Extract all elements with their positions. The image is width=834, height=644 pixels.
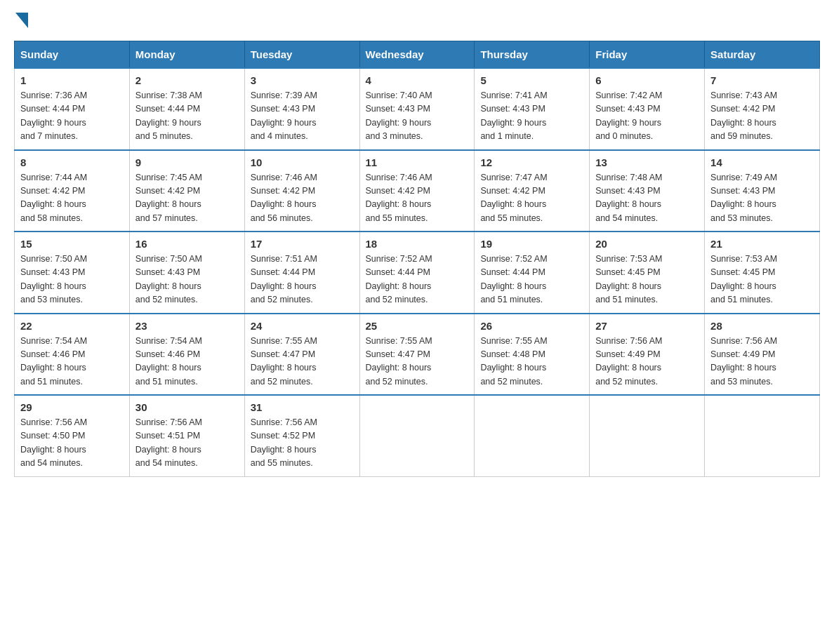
day-number: 1 [20,74,124,86]
day-info: Sunrise: 7:55 AMSunset: 4:47 PMDaylight:… [251,335,354,389]
day-info: Sunrise: 7:55 AMSunset: 4:47 PMDaylight:… [366,335,469,389]
header-row: SundayMondayTuesdayWednesdayThursdayFrid… [15,41,820,69]
day-info: Sunrise: 7:52 AMSunset: 4:44 PMDaylight:… [480,253,583,307]
day-number: 27 [595,320,699,332]
day-info: Sunrise: 7:56 AMSunset: 4:51 PMDaylight:… [135,416,239,471]
day-number: 15 [20,238,124,250]
logo-arrow-icon [15,13,28,28]
day-number: 2 [135,74,239,86]
day-info: Sunrise: 7:56 AMSunset: 4:49 PMDaylight:… [710,335,814,389]
calendar-table: SundayMondayTuesdayWednesdayThursdayFrid… [14,41,820,477]
header-cell-monday: Monday [129,41,244,69]
day-info: Sunrise: 7:53 AMSunset: 4:45 PMDaylight:… [595,253,699,307]
calendar-cell: 18Sunrise: 7:52 AMSunset: 4:44 PMDayligh… [359,232,475,314]
day-info: Sunrise: 7:41 AMSunset: 4:43 PMDaylight:… [480,89,583,144]
calendar-week-row: 22Sunrise: 7:54 AMSunset: 4:46 PMDayligh… [15,314,820,396]
calendar-week-row: 1Sunrise: 7:36 AMSunset: 4:44 PMDaylight… [15,68,820,150]
day-number: 7 [710,74,814,86]
day-number: 23 [135,320,239,332]
calendar-cell [705,395,820,476]
day-info: Sunrise: 7:51 AMSunset: 4:44 PMDaylight:… [251,253,354,307]
header-cell-saturday: Saturday [705,41,820,69]
calendar-cell: 27Sunrise: 7:56 AMSunset: 4:49 PMDayligh… [590,314,705,396]
calendar-body: 1Sunrise: 7:36 AMSunset: 4:44 PMDaylight… [15,68,820,476]
day-number: 21 [710,238,814,250]
day-number: 18 [366,238,469,250]
day-number: 14 [710,156,814,168]
day-number: 22 [20,320,124,332]
calendar-cell: 16Sunrise: 7:50 AMSunset: 4:43 PMDayligh… [129,232,244,314]
day-info: Sunrise: 7:43 AMSunset: 4:42 PMDaylight:… [710,89,814,144]
calendar-cell: 19Sunrise: 7:52 AMSunset: 4:44 PMDayligh… [475,232,590,314]
day-number: 24 [251,320,354,332]
day-number: 10 [251,156,354,168]
calendar-cell: 17Sunrise: 7:51 AMSunset: 4:44 PMDayligh… [244,232,359,314]
day-number: 20 [595,238,699,250]
day-number: 5 [480,74,583,86]
calendar-cell: 12Sunrise: 7:47 AMSunset: 4:42 PMDayligh… [475,150,590,232]
day-info: Sunrise: 7:54 AMSunset: 4:46 PMDaylight:… [20,335,124,389]
day-info: Sunrise: 7:46 AMSunset: 4:42 PMDaylight:… [251,171,354,226]
day-number: 8 [20,156,124,168]
header-cell-sunday: Sunday [15,41,130,69]
calendar-cell: 3Sunrise: 7:39 AMSunset: 4:43 PMDaylight… [244,68,359,150]
day-number: 29 [20,401,124,413]
calendar-cell: 1Sunrise: 7:36 AMSunset: 4:44 PMDaylight… [15,68,130,150]
calendar-cell: 30Sunrise: 7:56 AMSunset: 4:51 PMDayligh… [129,395,244,476]
calendar-cell: 7Sunrise: 7:43 AMSunset: 4:42 PMDaylight… [705,68,820,150]
day-info: Sunrise: 7:56 AMSunset: 4:50 PMDaylight:… [20,416,124,471]
day-info: Sunrise: 7:55 AMSunset: 4:48 PMDaylight:… [480,335,583,389]
logo [14,14,29,29]
day-info: Sunrise: 7:56 AMSunset: 4:52 PMDaylight:… [251,416,354,471]
day-info: Sunrise: 7:54 AMSunset: 4:46 PMDaylight:… [135,335,239,389]
calendar-cell: 5Sunrise: 7:41 AMSunset: 4:43 PMDaylight… [475,68,590,150]
day-info: Sunrise: 7:40 AMSunset: 4:43 PMDaylight:… [366,89,469,144]
day-number: 3 [251,74,354,86]
calendar-cell: 9Sunrise: 7:45 AMSunset: 4:42 PMDaylight… [129,150,244,232]
day-info: Sunrise: 7:47 AMSunset: 4:42 PMDaylight:… [480,171,583,226]
calendar-week-row: 29Sunrise: 7:56 AMSunset: 4:50 PMDayligh… [15,395,820,476]
header-cell-friday: Friday [590,41,705,69]
day-number: 12 [480,156,583,168]
calendar-cell: 25Sunrise: 7:55 AMSunset: 4:47 PMDayligh… [359,314,475,396]
day-info: Sunrise: 7:48 AMSunset: 4:43 PMDaylight:… [595,171,699,226]
day-number: 4 [366,74,469,86]
day-info: Sunrise: 7:46 AMSunset: 4:42 PMDaylight:… [366,171,469,226]
day-info: Sunrise: 7:49 AMSunset: 4:43 PMDaylight:… [710,171,814,226]
calendar-week-row: 8Sunrise: 7:44 AMSunset: 4:42 PMDaylight… [15,150,820,232]
day-info: Sunrise: 7:56 AMSunset: 4:49 PMDaylight:… [595,335,699,389]
day-number: 11 [366,156,469,168]
header-cell-thursday: Thursday [475,41,590,69]
calendar-header: SundayMondayTuesdayWednesdayThursdayFrid… [15,41,820,69]
calendar-cell: 14Sunrise: 7:49 AMSunset: 4:43 PMDayligh… [705,150,820,232]
calendar-week-row: 15Sunrise: 7:50 AMSunset: 4:43 PMDayligh… [15,232,820,314]
day-info: Sunrise: 7:36 AMSunset: 4:44 PMDaylight:… [20,89,124,144]
logo-area [14,14,29,29]
calendar-cell: 8Sunrise: 7:44 AMSunset: 4:42 PMDaylight… [15,150,130,232]
calendar-cell: 21Sunrise: 7:53 AMSunset: 4:45 PMDayligh… [705,232,820,314]
calendar-cell [359,395,475,476]
day-number: 16 [135,238,239,250]
header-cell-wednesday: Wednesday [359,41,475,69]
day-info: Sunrise: 7:50 AMSunset: 4:43 PMDaylight:… [20,253,124,307]
day-info: Sunrise: 7:50 AMSunset: 4:43 PMDaylight:… [135,253,239,307]
day-info: Sunrise: 7:45 AMSunset: 4:42 PMDaylight:… [135,171,239,226]
calendar-cell: 10Sunrise: 7:46 AMSunset: 4:42 PMDayligh… [244,150,359,232]
calendar-cell: 24Sunrise: 7:55 AMSunset: 4:47 PMDayligh… [244,314,359,396]
day-number: 28 [710,320,814,332]
day-number: 6 [595,74,699,86]
day-info: Sunrise: 7:38 AMSunset: 4:44 PMDaylight:… [135,89,239,144]
calendar-cell: 23Sunrise: 7:54 AMSunset: 4:46 PMDayligh… [129,314,244,396]
header [14,14,820,29]
calendar-cell: 22Sunrise: 7:54 AMSunset: 4:46 PMDayligh… [15,314,130,396]
calendar-cell: 2Sunrise: 7:38 AMSunset: 4:44 PMDaylight… [129,68,244,150]
day-number: 19 [480,238,583,250]
day-info: Sunrise: 7:52 AMSunset: 4:44 PMDaylight:… [366,253,469,307]
calendar-cell [590,395,705,476]
calendar-cell: 11Sunrise: 7:46 AMSunset: 4:42 PMDayligh… [359,150,475,232]
day-number: 30 [135,401,239,413]
day-info: Sunrise: 7:53 AMSunset: 4:45 PMDaylight:… [710,253,814,307]
day-info: Sunrise: 7:42 AMSunset: 4:43 PMDaylight:… [595,89,699,144]
day-number: 17 [251,238,354,250]
day-number: 26 [480,320,583,332]
